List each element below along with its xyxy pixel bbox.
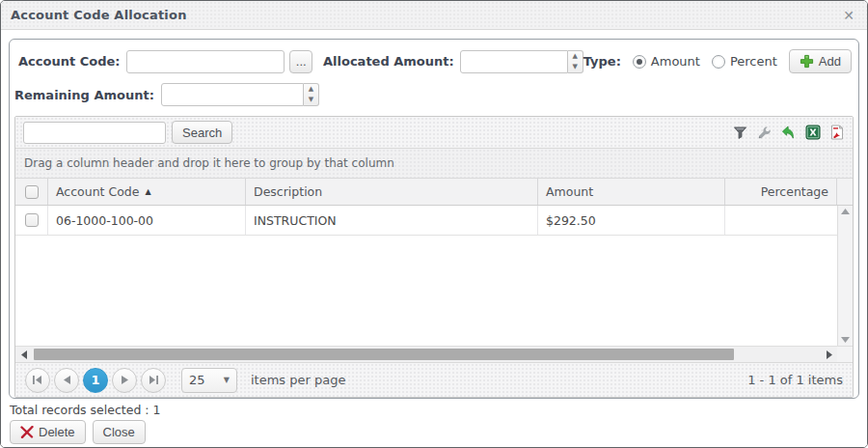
vertical-scrollbar[interactable] (837, 206, 853, 346)
cell-description: INSTRUCTION (246, 206, 538, 235)
column-header-percentage[interactable]: Percentage (725, 179, 837, 205)
search-input[interactable] (23, 122, 166, 144)
scroll-up-icon[interactable] (841, 209, 850, 214)
dialog-content: Account Code: ... Allocated Amount: ▲ ▼ … (1, 30, 867, 448)
sort-asc-icon: ▲ (145, 187, 150, 196)
radio-selected-icon[interactable] (633, 55, 646, 69)
pager-next-button[interactable] (112, 368, 137, 393)
type-label: Type: (583, 54, 621, 69)
spin-up-icon[interactable]: ▲ (568, 51, 583, 62)
dialog-titlebar: Account Code Allocation ✕ (1, 1, 867, 30)
grid-rows: 06-1000-100-00 INSTRUCTION $292.50 (15, 206, 837, 346)
scroll-right-icon[interactable] (821, 347, 837, 362)
cell-amount: $292.50 (538, 206, 725, 235)
cell-percentage (725, 206, 837, 235)
radio-unselected-icon[interactable] (712, 55, 725, 69)
allocation-panel: Account Code: ... Allocated Amount: ▲ ▼ … (9, 39, 859, 399)
column-label: Amount (546, 184, 593, 199)
add-plus-icon (800, 54, 814, 69)
select-all-cell (15, 179, 48, 205)
pager-last-button[interactable] (141, 368, 166, 393)
delete-button[interactable]: Delete (10, 420, 86, 444)
spin-up-icon[interactable]: ▲ (304, 84, 318, 95)
remaining-amount-input[interactable] (161, 83, 304, 106)
group-drop-zone[interactable]: Drag a column header and drop it here to… (15, 149, 853, 179)
type-percent-label: Percent (730, 54, 777, 69)
spin-down-icon[interactable]: ▼ (568, 62, 583, 72)
allocated-amount-label: Allocated Amount: (323, 54, 454, 69)
add-button-label: Add (819, 54, 841, 69)
account-code-allocation-dialog: Account Code Allocation ✕ Account Code: … (0, 0, 868, 448)
remaining-amount-spinner: ▲ ▼ (304, 83, 319, 106)
toolbar-icon-group (732, 125, 845, 141)
remaining-amount-label: Remaining Amount: (14, 88, 154, 102)
export-arrow-icon[interactable] (780, 125, 797, 141)
account-code-browse-button[interactable]: ... (289, 50, 312, 73)
chevron-down-icon: ▼ (224, 376, 230, 384)
column-header-description[interactable]: Description (246, 179, 538, 205)
pdf-icon[interactable] (828, 125, 845, 141)
wrench-icon[interactable] (756, 125, 773, 141)
delete-x-icon (20, 426, 34, 438)
allocated-amount-input[interactable] (460, 50, 568, 73)
column-header-amount[interactable]: Amount (538, 179, 725, 205)
excel-icon[interactable] (804, 125, 821, 141)
grid-pager: 1 25 ▼ items per page 1 - 1 of 1 items (15, 362, 853, 397)
column-label: Percentage (761, 184, 828, 199)
cell-account-code: 06-1000-100-00 (48, 206, 246, 235)
pager-range-label: 1 - 1 of 1 items (747, 373, 843, 387)
spin-down-icon[interactable]: ▼ (304, 95, 318, 105)
close-icon[interactable]: ✕ (840, 7, 857, 24)
scroll-down-icon[interactable] (841, 337, 850, 343)
items-per-page-label: items per page (251, 373, 345, 387)
type-radio-percent[interactable]: Percent (712, 54, 777, 69)
type-amount-label: Amount (651, 54, 700, 69)
page-size-value: 25 (189, 373, 205, 387)
pager-first-button[interactable] (25, 368, 50, 393)
type-radio-amount[interactable]: Amount (633, 54, 700, 69)
filter-icon[interactable] (732, 125, 748, 141)
horizontal-scrollbar[interactable] (15, 346, 853, 362)
pager-page-1-button[interactable]: 1 (83, 368, 108, 393)
allocation-grid: Search (14, 116, 854, 398)
column-header-account-code[interactable]: Account Code ▲ (48, 179, 246, 205)
grid-toolbar: Search (15, 117, 853, 149)
scroll-left-icon[interactable] (15, 347, 32, 362)
row-checkbox[interactable] (25, 213, 39, 227)
add-button[interactable]: Add (789, 49, 852, 73)
scrollbar-corner (837, 347, 853, 362)
dialog-title: Account Code Allocation (11, 8, 187, 22)
column-label: Account Code (56, 184, 139, 199)
grid-body: 06-1000-100-00 INSTRUCTION $292.50 (15, 206, 853, 346)
total-selected-label: Total records selected : 1 (10, 403, 859, 417)
account-code-input[interactable] (126, 50, 285, 73)
search-button[interactable]: Search (172, 121, 232, 144)
pager-prev-button[interactable] (54, 368, 79, 393)
row-checkbox-cell (15, 206, 48, 235)
select-all-checkbox[interactable] (25, 185, 39, 199)
grid-header-row: Account Code ▲ Description Amount Percen… (15, 179, 853, 206)
close-button[interactable]: Close (93, 420, 146, 444)
hscroll-thumb[interactable] (34, 349, 734, 360)
footer-buttons: Delete Close (10, 420, 859, 444)
column-label: Description (254, 184, 322, 199)
delete-button-label: Delete (39, 425, 75, 439)
form-row-2: Remaining Amount: ▲ ▼ (14, 83, 852, 106)
page-size-select[interactable]: 25 ▼ (181, 368, 237, 393)
form-row-1: Account Code: ... Allocated Amount: ▲ ▼ … (18, 49, 852, 73)
account-code-label: Account Code: (18, 54, 120, 69)
scrollbar-spacer (837, 179, 853, 205)
remaining-amount-numeric: ▲ ▼ (161, 83, 319, 106)
hscroll-track[interactable] (32, 347, 821, 362)
table-row[interactable]: 06-1000-100-00 INSTRUCTION $292.50 (15, 206, 837, 236)
allocated-amount-spinner: ▲ ▼ (568, 50, 583, 73)
allocated-amount-numeric: ▲ ▼ (460, 50, 583, 73)
